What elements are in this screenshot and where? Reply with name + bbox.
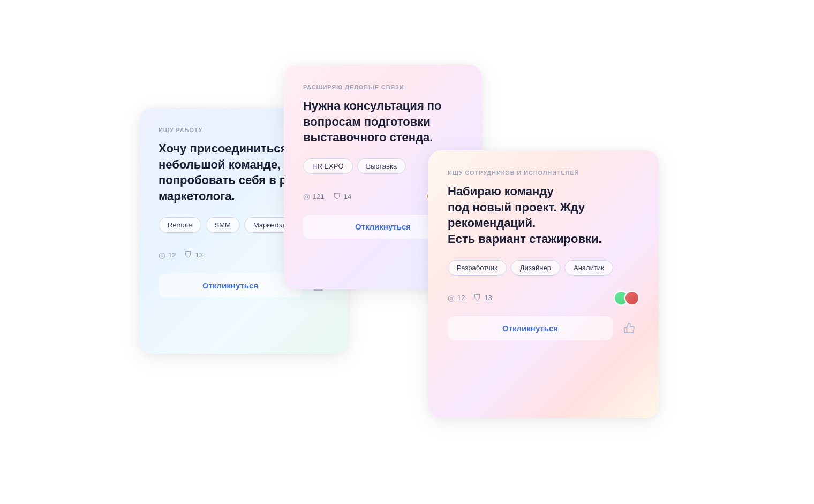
card-3-stats: ◎ 12 ⛉ 13 (448, 293, 492, 303)
tag-smm[interactable]: SMM (206, 217, 240, 233)
tag-exhibition[interactable]: Выставка (357, 158, 406, 174)
tag-remote[interactable]: Remote (159, 217, 201, 233)
card-2-views: ◎ 121 (303, 192, 325, 201)
card-1-respond-button[interactable]: Откликнуться (159, 273, 302, 297)
tag-hr-expo[interactable]: HR EXPO (303, 158, 353, 174)
card-1-views: ◎ 12 (159, 250, 176, 260)
like-icon-2: ⛉ (333, 192, 341, 201)
card-3-likes: ⛉ 13 (473, 293, 492, 302)
card-3-like-button[interactable] (619, 318, 639, 338)
card-3-footer: ◎ 12 ⛉ 13 (448, 291, 639, 306)
like-icon: ⛉ (184, 250, 192, 259)
eye-icon: ◎ (159, 250, 165, 260)
card-3-category: ИЩУ СОТРУДНИКОВ И ИСПОЛНИТЕЛЕЙ (448, 170, 639, 176)
tag-analyst[interactable]: Аналитик (564, 260, 613, 276)
eye-icon-2: ◎ (303, 192, 310, 201)
tag-designer[interactable]: Дизайнер (511, 260, 560, 276)
card-2-category: РАСШИРЯЮ ДЕЛОВЫЕ СВЯЗИ (303, 84, 463, 90)
card-1-likes: ⛉ 13 (184, 250, 202, 259)
card-1-stats: ◎ 12 ⛉ 13 (159, 250, 203, 260)
card-3-title: Набираю командупод новый проект. Жду рек… (448, 184, 639, 247)
card-3-avatars (614, 291, 639, 306)
like-icon-3: ⛉ (473, 293, 481, 302)
card-3-respond-button[interactable]: Откликнуться (448, 316, 613, 340)
avatar-8 (624, 291, 639, 306)
card-2-stats: ◎ 121 ⛉ 14 (303, 192, 351, 201)
card-2-likes: ⛉ 14 (333, 192, 351, 201)
card-3-tags: Разработчик Дизайнер Аналитик (448, 260, 639, 276)
card-3-views: ◎ 12 (448, 293, 465, 303)
card-hiring: ИЩУ СОТРУДНИКОВ И ИСПОЛНИТЕЛЕЙ Набираю к… (428, 150, 659, 418)
cards-scene: ИЩУ РАБОТУ Хочу присоединиться к небольш… (139, 65, 675, 439)
card-3-actions: Откликнуться (448, 316, 639, 340)
tag-developer[interactable]: Разработчик (448, 260, 507, 276)
card-2-title: Нужна консультация по вопросам подготовк… (303, 98, 463, 146)
eye-icon-3: ◎ (448, 293, 455, 303)
